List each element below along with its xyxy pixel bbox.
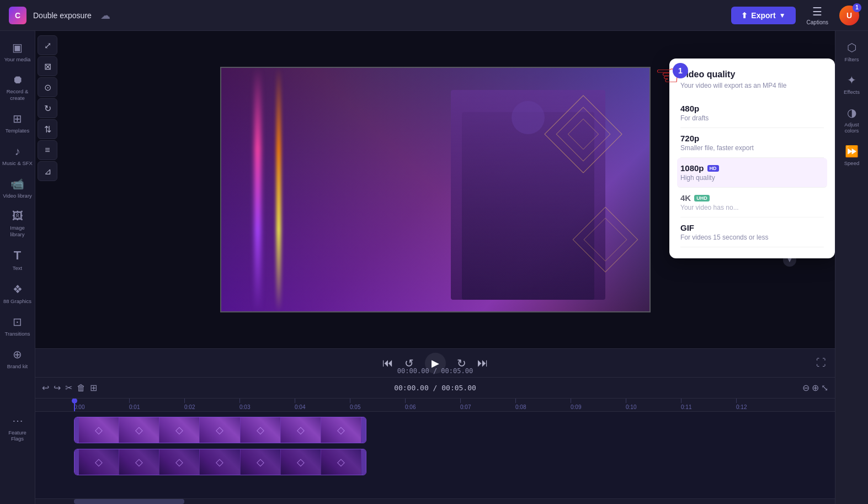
track-row-1 (35, 415, 835, 445)
user-avatar[interactable]: U 1 (839, 6, 859, 25)
clip-thumb-2d (200, 449, 240, 475)
image-library-icon: 🖼 (12, 210, 23, 222)
track-clip-1[interactable] (74, 417, 366, 443)
zoom-in-button[interactable]: ⊕ (812, 383, 819, 393)
track-content-2[interactable] (74, 449, 830, 475)
playhead[interactable] (74, 399, 75, 411)
vq-option-720p[interactable]: 720p Smaller file, faster export (680, 128, 824, 158)
sidebar-item-music-sfx[interactable]: ♪ Music & SFX (0, 140, 35, 172)
delete-button[interactable]: 🗑 (77, 383, 86, 393)
your-media-icon: ▣ (12, 41, 23, 54)
cut-button[interactable]: ✂ (65, 383, 72, 393)
center-panel: ⤢ ⊠ ⊙ ↻ ⇅ ≡ ⊿ (35, 31, 835, 504)
sidebar-item-your-media[interactable]: ▣ Your media (0, 35, 35, 68)
top-bar: C Double exposure ☁ ⬆ Export ▼ ☰ Caption… (0, 0, 868, 31)
expand-button[interactable]: ⤡ (821, 383, 828, 393)
fullscreen-button[interactable]: ⛶ (816, 357, 826, 369)
align-tool-button[interactable]: ≡ (38, 140, 57, 160)
sidebar-item-video-library[interactable]: 📹 Video library (0, 172, 35, 204)
timeline-scrollbar[interactable] (35, 498, 835, 504)
vq-option-gif-name: GIF (680, 223, 824, 232)
clip-thumb-2f (281, 449, 321, 475)
sidebar-item-transitions[interactable]: ⊡ Transitions (0, 310, 35, 342)
playback-controls: ⏮ ↺ ▶ ↻ ⏭ 00:00.00 / 00:05.00 ⛶ (35, 348, 835, 377)
vq-option-720p-name: 720p (680, 134, 824, 143)
vq-option-480p[interactable]: 480p For drafts (680, 98, 824, 128)
brand-kit-icon: ⊕ (13, 348, 22, 361)
clip-thumb-1e (241, 417, 281, 443)
clip-thumb-1b (119, 417, 159, 443)
rs-item-speed[interactable]: ⏩ Speed (835, 139, 868, 172)
clip-thumb-1g (321, 417, 361, 443)
clip-handle-right-2[interactable] (361, 449, 366, 475)
preview-tool-button[interactable]: ⊙ (38, 77, 57, 97)
diamond-overlay (550, 101, 616, 167)
text-icon: T (14, 248, 21, 263)
clip-thumb-1d (200, 417, 240, 443)
zoom-out-button[interactable]: ⊖ (802, 383, 810, 393)
ruler-mark-7: 0:07 (460, 399, 515, 410)
redo-button[interactable]: ↪ (54, 383, 61, 393)
clip-handle-left-2[interactable] (74, 449, 79, 475)
ruler-mark-3: 0:03 (239, 399, 295, 410)
ruler-mark-10: 0:10 (626, 399, 681, 410)
left-sidebar: ▣ Your media ⏺ Record &create ⊞ Template… (0, 31, 35, 504)
video-background (221, 68, 649, 311)
ruler-mark-1: 0:01 (129, 399, 184, 410)
vq-option-480p-desc: For drafts (680, 114, 824, 122)
vq-option-4k[interactable]: 4K UHD Your video has no... (680, 188, 824, 217)
vq-option-4k-desc: Your video has no... (680, 204, 824, 211)
clip-thumb-2b (119, 449, 159, 475)
sidebar-item-text[interactable]: T Text (0, 243, 35, 277)
light-strip-2 (276, 68, 281, 311)
ruler-mark-4: 0:04 (295, 399, 350, 410)
export-button[interactable]: ⬆ Export ▼ (731, 7, 795, 24)
vq-option-gif[interactable]: GIF For videos 15 seconds or less (680, 217, 824, 247)
hd-badge: HD (707, 165, 719, 172)
ruler-mark-11: 0:11 (681, 399, 736, 410)
diamond-overlay-2 (578, 212, 633, 267)
flip-tool-button[interactable]: ⇅ (38, 119, 57, 139)
skip-to-start-button[interactable]: ⏮ (382, 357, 393, 369)
add-track-button[interactable]: ⊞ (90, 383, 97, 393)
rs-item-filters[interactable]: ⬡ Filters (835, 35, 868, 68)
clip-thumb-2g (321, 449, 361, 475)
rotate-tool-button[interactable]: ↻ (38, 98, 57, 118)
ruler-mark-2: 0:02 (184, 399, 239, 410)
skip-to-end-button[interactable]: ⏭ (477, 357, 488, 369)
resize-tool-button[interactable]: ⤢ (38, 35, 57, 55)
video-quality-popup: Video quality Your video will export as … (669, 59, 835, 258)
clip-thumb-2a (79, 449, 119, 475)
timeline-scroll-thumb[interactable] (74, 499, 184, 504)
video-frame (220, 67, 651, 312)
sidebar-item-feature-flags[interactable]: ⋯ FeatureFlags (0, 408, 35, 448)
vq-title: Video quality (680, 70, 824, 79)
export-upload-icon: ⬆ (741, 11, 748, 20)
timeline-area: ↩ ↪ ✂ 🗑 ⊞ 00:00.00 / 00:05.00 ⊖ ⊕ ⤡ (35, 377, 835, 504)
clip-handle-left-1[interactable] (74, 417, 79, 443)
sidebar-item-image-library[interactable]: 🖼 Imagelibrary (0, 204, 35, 243)
sidebar-item-record-create[interactable]: ⏺ Record &create (0, 68, 35, 107)
captions-icon: ☰ (812, 5, 822, 18)
track-clip-2[interactable] (74, 449, 366, 475)
track-content-1[interactable] (74, 417, 830, 443)
canvas-tools: ⤢ ⊠ ⊙ ↻ ⇅ ≡ ⊿ (35, 31, 60, 185)
position-tool-button[interactable]: ⊿ (38, 161, 57, 181)
transitions-icon: ⊡ (13, 315, 22, 328)
vq-option-1080p[interactable]: 1080p HD High quality (677, 158, 827, 188)
captions-button[interactable]: ☰ Captions (802, 3, 833, 28)
undo-button[interactable]: ↩ (42, 383, 49, 393)
sidebar-item-brand-kit[interactable]: ⊕ Brand kit (0, 342, 35, 375)
video-library-icon: 📹 (10, 177, 24, 190)
crop-tool-button[interactable]: ⊠ (38, 56, 57, 76)
clip-handle-right-1[interactable] (361, 417, 366, 443)
rs-item-adjust-colors[interactable]: ◑ Adjustcolors (835, 100, 868, 139)
sidebar-item-templates[interactable]: ⊞ Templates (0, 107, 35, 139)
vq-option-480p-name: 480p (680, 104, 824, 113)
effects-icon: ✦ (847, 73, 856, 87)
cloud-icon: ☁ (100, 9, 110, 22)
sidebar-item-graphics[interactable]: ❖ 88 Graphics (0, 277, 35, 310)
rs-item-effects[interactable]: ✦ Effects (835, 68, 868, 100)
ruler-mark-6: 0:06 (405, 399, 460, 410)
light-strip-1 (254, 68, 261, 311)
